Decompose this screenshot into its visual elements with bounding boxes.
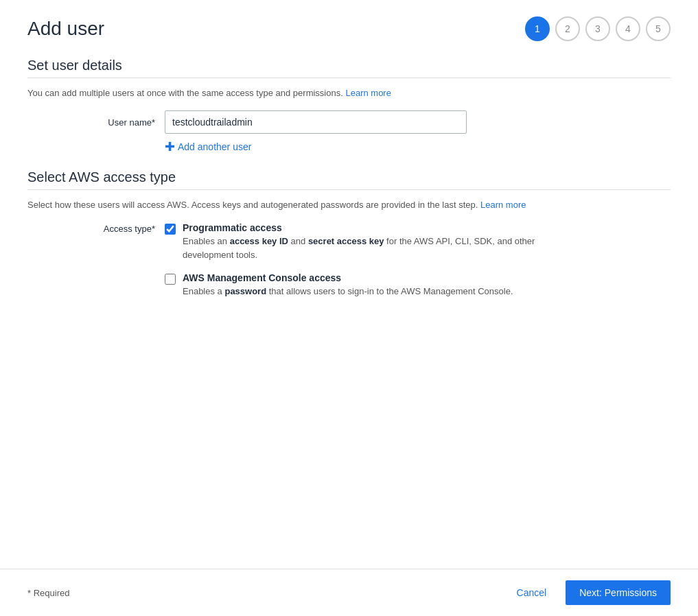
user-name-label: User name*	[69, 117, 165, 128]
step-4[interactable]: 4	[616, 16, 640, 41]
access-type-title: Select AWS access type	[27, 169, 671, 185]
access-type-section: Select AWS access type Select how these …	[27, 169, 671, 298]
footer: * Required Cancel Next: Permissions	[0, 569, 698, 616]
programmatic-access-title[interactable]: Programmatic access	[183, 222, 567, 233]
console-access-checkbox[interactable]	[165, 274, 176, 285]
step-5[interactable]: 5	[646, 16, 671, 41]
programmatic-access-option: Programmatic access Enables an access ke…	[165, 222, 567, 261]
access-type-learn-more-link[interactable]: Learn more	[480, 200, 526, 210]
add-user-row: ✚ Add another user	[165, 141, 671, 153]
access-type-label: Access type*	[69, 222, 165, 298]
step-1[interactable]: 1	[525, 16, 550, 41]
user-name-row: User name*	[69, 110, 671, 134]
add-another-user-link[interactable]: ✚ Add another user	[165, 141, 251, 153]
cancel-button[interactable]: Cancel	[509, 582, 555, 604]
user-name-input[interactable]	[165, 110, 467, 134]
plus-icon: ✚	[165, 141, 175, 153]
access-type-description: Select how these users will access AWS. …	[27, 200, 671, 210]
user-details-divider	[27, 78, 671, 78]
user-details-description: You can add multiple users at once with …	[27, 88, 671, 98]
access-options: Programmatic access Enables an access ke…	[165, 222, 567, 298]
step-3[interactable]: 3	[585, 16, 610, 41]
console-access-desc: Enables a password that allows users to …	[183, 285, 513, 298]
required-note: * Required	[27, 588, 69, 598]
next-permissions-button[interactable]: Next: Permissions	[566, 580, 671, 605]
user-details-learn-more-link[interactable]: Learn more	[345, 88, 391, 98]
user-details-title: Set user details	[27, 58, 671, 73]
access-type-row: Access type* Programmatic access Enables…	[69, 222, 671, 298]
user-details-section: Set user details You can add multiple us…	[27, 58, 671, 153]
console-access-option: AWS Management Console access Enables a …	[165, 272, 567, 298]
step-indicators: 1 2 3 4 5	[525, 16, 671, 41]
step-2[interactable]: 2	[555, 16, 580, 41]
programmatic-access-desc: Enables an access key ID and secret acce…	[183, 235, 567, 261]
programmatic-access-checkbox[interactable]	[165, 224, 176, 235]
console-access-title[interactable]: AWS Management Console access	[183, 272, 513, 283]
access-type-divider	[27, 189, 671, 190]
footer-actions: Cancel Next: Permissions	[509, 580, 671, 605]
page-title: Add user	[27, 18, 104, 40]
